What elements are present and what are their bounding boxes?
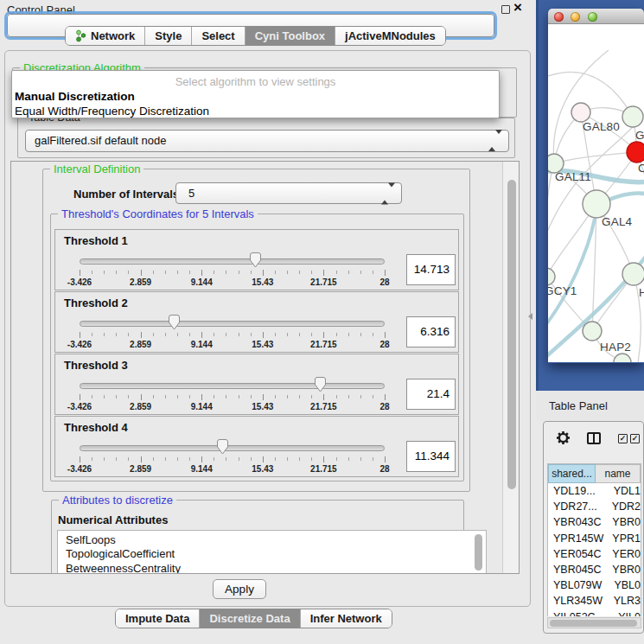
threshold-value-box[interactable]: 14.713 xyxy=(406,254,456,285)
node-label-c: C xyxy=(638,162,644,175)
slider-major-tick xyxy=(263,394,264,400)
cell-name[interactable]: YLR3 xyxy=(607,593,641,609)
cell-name[interactable]: YIL0 xyxy=(611,609,641,617)
close-traffic-light-icon[interactable] xyxy=(554,12,564,22)
slider-thumb[interactable] xyxy=(167,314,182,331)
tab-label: Select xyxy=(201,29,234,42)
tab-select[interactable]: Select xyxy=(192,27,245,45)
table-row[interactable]: YPR145WYPR1 xyxy=(548,531,641,546)
cell-shared-name[interactable]: YIL052C xyxy=(548,609,611,617)
attribute-item[interactable]: BetweennessCentrality xyxy=(58,562,486,574)
cell-name[interactable]: YER0 xyxy=(605,546,641,562)
algorithm-option-equal-width[interactable]: Equal Width/Frequency Discretization xyxy=(15,105,209,118)
column-header-name[interactable]: name xyxy=(596,464,641,483)
vertical-scrollbar[interactable] xyxy=(502,162,520,574)
threshold-panel-2: Threshold 2-3.4262.8599.14415.4321.71528… xyxy=(54,291,459,353)
tab-style[interactable]: Style xyxy=(145,27,192,45)
cell-name[interactable]: YBR0 xyxy=(605,514,641,530)
attribute-item[interactable]: SelfLoops xyxy=(58,533,486,547)
slider-tick-label: 2.859 xyxy=(130,340,151,349)
slider-tick-label: 9.144 xyxy=(191,464,213,474)
table-row[interactable]: YBL079WYBL0 xyxy=(548,577,641,593)
horizontal-scrollbar[interactable] xyxy=(547,617,641,628)
checkbox-icon[interactable]: ✓ xyxy=(618,434,628,443)
network-node-gal4[interactable] xyxy=(583,190,610,218)
slider-minor-ticks xyxy=(80,271,386,274)
network-node-bottom[interactable] xyxy=(614,354,631,362)
horizontal-scrollbar-thumb[interactable] xyxy=(550,620,637,627)
algorithm-option-manual[interactable]: Manual Discretization xyxy=(15,90,135,103)
minimize-traffic-light-icon[interactable] xyxy=(571,12,580,22)
cell-name[interactable]: YDR2 xyxy=(605,499,641,514)
table-row[interactable]: YBR045CYBR0 xyxy=(548,562,641,577)
apply-button[interactable]: Apply xyxy=(213,579,266,599)
network-node-right[interactable] xyxy=(622,263,644,285)
slider-track[interactable] xyxy=(80,383,385,389)
column-header-shared-name[interactable]: shared... xyxy=(548,464,596,483)
numerical-attributes-list[interactable]: SelfLoopsTopologicalCoefficientBetweenne… xyxy=(57,530,487,574)
cell-shared-name[interactable]: YBR043C xyxy=(548,514,605,530)
gear-icon[interactable] xyxy=(556,430,571,445)
threshold-value-box[interactable]: 11.344 xyxy=(406,441,456,472)
slider-tick-label: 15.43 xyxy=(252,464,273,474)
slider-thumb[interactable] xyxy=(248,252,263,269)
table-header-row: shared... name xyxy=(548,464,641,483)
slider-thumb[interactable] xyxy=(215,438,230,456)
float-window-icon[interactable] xyxy=(501,5,510,14)
table-row[interactable]: YDR27...YDR2 xyxy=(548,499,641,514)
slider-thumb[interactable] xyxy=(313,376,328,393)
cell-shared-name[interactable]: YBR045C xyxy=(548,562,605,577)
table-row[interactable]: YLR345WYLR3 xyxy=(548,593,641,609)
cell-name[interactable]: YPR1 xyxy=(605,531,641,546)
table-row[interactable]: YIL052CYIL0 xyxy=(548,609,641,617)
slider-track[interactable] xyxy=(80,445,385,451)
attribute-item[interactable]: TopologicalCoefficient xyxy=(58,547,486,561)
network-view[interactable]: GAL80GACGAL11GAL4GCY1HHAP2 xyxy=(548,24,644,362)
cell-shared-name[interactable]: YBL079W xyxy=(548,577,607,593)
slider-tick-label: 28 xyxy=(379,402,389,411)
network-node-top-right[interactable] xyxy=(622,106,643,127)
slider-major-tick xyxy=(201,332,202,338)
network-node-gcy1[interactable] xyxy=(548,268,555,285)
cell-name[interactable]: YBL0 xyxy=(607,577,641,593)
close-icon[interactable]: × xyxy=(513,0,522,16)
tab-jactivemnodules[interactable]: jActiveMNodules xyxy=(335,27,445,45)
table-row[interactable]: YDL19...YDL1 xyxy=(548,483,641,499)
vertical-scrollbar-thumb[interactable] xyxy=(507,180,516,489)
checkbox-icon[interactable]: ✓ xyxy=(630,434,640,443)
panel-collapse-arrow[interactable] xyxy=(528,313,532,320)
slider-track[interactable] xyxy=(80,321,385,327)
threshold-value-box[interactable]: 21.4 xyxy=(406,379,456,410)
number-of-intervals-combo[interactable]: 5 xyxy=(175,182,402,204)
node-label-h: H xyxy=(639,286,644,299)
tab-infer-network[interactable]: Infer Network xyxy=(301,609,392,628)
list-scrollbar-thumb[interactable] xyxy=(475,534,482,571)
network-node-hap2[interactable] xyxy=(583,322,602,341)
tab-impute-data[interactable]: Impute Data xyxy=(116,609,200,628)
table-row[interactable]: YBR043CYBR0 xyxy=(548,514,641,530)
threshold-value-box[interactable]: 6.316 xyxy=(406,316,456,348)
cell-name[interactable]: YBR0 xyxy=(605,562,641,577)
tab-network[interactable]: Network xyxy=(66,27,145,45)
cell-shared-name[interactable]: YLR345W xyxy=(548,593,607,609)
cell-shared-name[interactable]: YDL19... xyxy=(548,483,607,499)
tab-label: Impute Data xyxy=(125,612,189,625)
table-data-combo[interactable]: galFiltered.sif default node xyxy=(25,130,509,152)
network-window-titlebar[interactable] xyxy=(548,9,644,24)
tab-label: Network xyxy=(91,29,135,42)
tab-cyni-toolbox[interactable]: Cyni Toolbox xyxy=(245,27,335,45)
network-view-window: GAL80GACGAL11GAL4GCY1HHAP2 xyxy=(548,9,644,363)
network-node-selected-red[interactable] xyxy=(627,142,644,163)
tab-discretize-data[interactable]: Discretize Data xyxy=(200,609,300,628)
zoom-traffic-light-icon[interactable] xyxy=(588,12,597,22)
cell-shared-name[interactable]: YER054C xyxy=(548,546,605,562)
network-node-gal80[interactable] xyxy=(571,103,590,122)
slider-track[interactable] xyxy=(80,258,385,265)
table-panel-title: Table Panel xyxy=(549,399,608,412)
split-columns-icon[interactable] xyxy=(587,432,601,444)
tab-label: jActiveMNodules xyxy=(345,29,436,42)
cell-shared-name[interactable]: YDR27... xyxy=(548,499,605,514)
cell-name[interactable]: YDL1 xyxy=(607,483,641,499)
table-row[interactable]: YER054CYER0 xyxy=(548,546,641,562)
cell-shared-name[interactable]: YPR145W xyxy=(548,531,605,546)
